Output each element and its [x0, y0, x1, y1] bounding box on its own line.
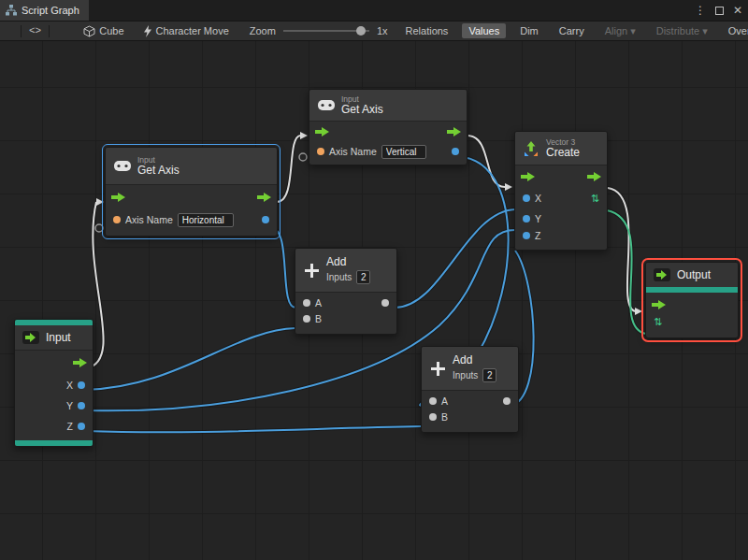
flow-out-port-icon[interactable] — [587, 172, 601, 181]
y-port[interactable] — [523, 215, 530, 223]
flow-arrowhead — [635, 308, 642, 315]
chevron-down-icon: ▾ — [702, 25, 708, 36]
node-title: Create — [546, 147, 580, 159]
axis-name-label: Axis Name — [125, 214, 173, 225]
plus-icon — [430, 361, 446, 377]
x-out-port[interactable] — [78, 381, 85, 389]
graph-output-icon — [654, 268, 670, 281]
string-port[interactable] — [113, 216, 121, 223]
wire-input-x-to-add1-b[interactable] — [84, 328, 295, 390]
input-b-port[interactable] — [303, 315, 310, 323]
node-title: Add — [453, 354, 496, 366]
row-y-label: Y — [66, 400, 73, 411]
vector3-out-port-icon[interactable]: ⇅ — [591, 194, 599, 204]
gamepad-icon — [114, 161, 131, 171]
flow-arrowhead — [505, 183, 512, 191]
node-add-bottom[interactable]: Add Inputs A B — [421, 346, 519, 433]
axis-name-input[interactable] — [381, 145, 426, 159]
script-breadcrumb[interactable]: Character Move — [143, 25, 229, 37]
row-b-label: B — [441, 411, 448, 423]
unconnected-port[interactable] — [95, 224, 103, 232]
result-port[interactable] — [452, 148, 459, 155]
inputs-label: Inputs — [453, 370, 478, 381]
flow-in-port-icon[interactable] — [315, 127, 329, 136]
align-button[interactable]: Align ▾ — [598, 23, 642, 39]
close-icon[interactable]: ✕ — [733, 4, 742, 17]
zoom-label: Zoom — [250, 25, 276, 36]
menu-icon[interactable]: ⋮ — [695, 4, 706, 17]
zoom-value: 1x — [377, 25, 388, 36]
node-header: Input Get Axis — [106, 148, 277, 185]
code-view-icon[interactable]: <> — [29, 25, 41, 36]
node-get-axis-horizontal[interactable]: Input Get Axis Axis Name — [105, 147, 278, 237]
wire-add1-to-create-x[interactable] — [394, 209, 515, 308]
input-a-port[interactable] — [429, 397, 437, 405]
row-a-label: A — [441, 395, 448, 407]
values-button[interactable]: Values — [462, 23, 506, 38]
graph-input-icon — [22, 331, 39, 344]
node-title: Input — [46, 332, 71, 344]
node-header: Add Inputs — [295, 249, 396, 293]
sum-out-port[interactable] — [381, 299, 389, 307]
tab-script-graph[interactable]: Script Graph — [0, 0, 89, 21]
script-graph-window: Input Get Axis Axis Name Input Get Axis — [0, 0, 748, 560]
x-port[interactable] — [523, 194, 530, 202]
string-port[interactable] — [317, 148, 324, 155]
maximize-icon[interactable] — [715, 7, 724, 15]
script-graph-icon — [6, 5, 17, 16]
row-z-label: Z — [67, 421, 73, 432]
row-x-label: X — [66, 380, 73, 391]
node-header: Output — [646, 263, 738, 287]
tab-bar: Script Graph ⋮ ✕ — [0, 0, 748, 21]
sum-out-port[interactable] — [503, 397, 511, 405]
graph-asset-breadcrumb[interactable]: Cube — [83, 25, 123, 37]
dim-button[interactable]: Dim — [513, 23, 545, 38]
node-add-top[interactable]: Add Inputs A B — [295, 248, 397, 335]
axis-name-label: Axis Name — [329, 146, 377, 157]
vector3-in-port-icon[interactable]: ⇅ — [654, 317, 662, 327]
node-title: Get Axis — [341, 104, 383, 116]
node-graph-output[interactable]: Output ⇅ — [645, 262, 739, 338]
z-out-port[interactable] — [78, 423, 85, 430]
node-header: Vector 3 Create — [515, 132, 607, 165]
flow-arrowhead — [96, 198, 104, 206]
node-title: Add — [326, 256, 370, 268]
graph-toolbar: <> Cube Character Move Zoom 1x Relations… — [0, 21, 748, 41]
flow-in-port-icon[interactable] — [652, 300, 666, 309]
input-a-port[interactable] — [303, 299, 310, 307]
graph-asset-label: Cube — [99, 25, 123, 36]
z-port[interactable] — [523, 232, 530, 239]
flow-out-port-icon[interactable] — [257, 193, 271, 202]
zoom-slider[interactable] — [283, 25, 369, 36]
gamepad-icon — [318, 100, 335, 110]
inputs-count-input[interactable] — [482, 368, 496, 382]
tab-title: Script Graph — [22, 5, 79, 16]
axis-name-input[interactable] — [178, 213, 234, 227]
script-icon — [143, 25, 152, 37]
node-get-axis-vertical[interactable]: Input Get Axis Axis Name — [309, 89, 468, 165]
distribute-button[interactable]: Distribute ▾ — [650, 23, 714, 39]
flow-out-port-icon[interactable] — [73, 358, 87, 367]
node-title: Get Axis — [137, 165, 180, 177]
node-header: Input Get Axis — [309, 90, 467, 122]
relations-button[interactable]: Relations — [399, 23, 455, 38]
y-out-port[interactable] — [78, 402, 85, 409]
node-vector3-create[interactable]: Vector 3 Create X ⇅ Y Z — [514, 131, 608, 251]
overview-button[interactable]: Overv — [722, 23, 748, 38]
flow-out-port-icon[interactable] — [447, 127, 461, 136]
input-node-accent-strip — [15, 440, 93, 446]
node-title: Output — [677, 269, 711, 281]
result-port[interactable] — [262, 216, 269, 223]
zoom-slider-handle[interactable] — [356, 26, 366, 36]
row-x-label: X — [535, 193, 541, 204]
carry-button[interactable]: Carry — [553, 23, 591, 38]
flow-in-port-icon[interactable] — [521, 172, 535, 181]
unconnected-port[interactable] — [299, 153, 307, 161]
inputs-count-input[interactable] — [356, 270, 370, 284]
row-a-label: A — [315, 297, 322, 309]
input-b-port[interactable] — [429, 413, 437, 421]
cube-icon — [83, 25, 95, 37]
node-graph-input[interactable]: Input X Y Z — [14, 319, 94, 447]
flow-in-port-icon[interactable] — [111, 193, 125, 202]
row-b-label: B — [315, 313, 322, 324]
